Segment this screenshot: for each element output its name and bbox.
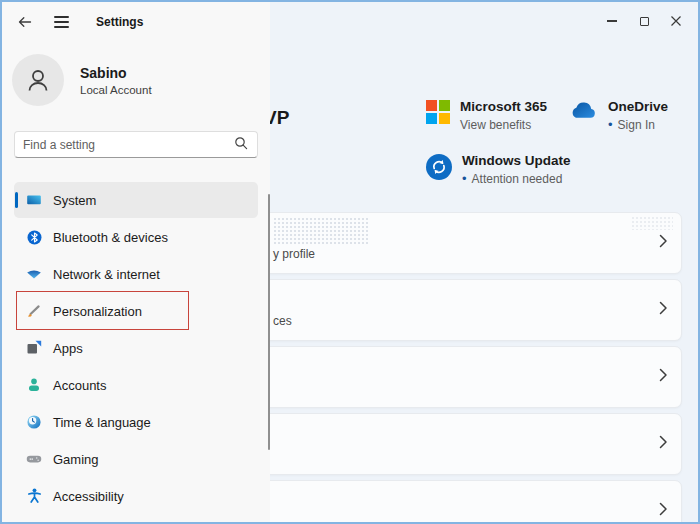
user-account-type: Local Account — [80, 84, 152, 96]
maximize-button[interactable] — [628, 8, 660, 34]
close-button[interactable] — [660, 8, 692, 34]
onedrive-card[interactable]: OneDrive • Sign In — [568, 98, 668, 132]
sidebar-item-personalization[interactable]: Personalization — [14, 293, 258, 329]
settings-row[interactable]: ces — [260, 279, 682, 341]
sidebar-item-label: System — [53, 193, 96, 208]
apps-icon — [26, 340, 42, 356]
sidebar-item-label: Apps — [53, 341, 83, 356]
row-text-fragment: ces — [273, 314, 292, 328]
sidebar-item-apps[interactable]: Apps — [14, 330, 258, 366]
blurred-texture — [273, 217, 369, 245]
chevron-right-icon — [659, 502, 668, 520]
settings-window: VP Microsoft 365 View benefits OneDrive — [0, 0, 700, 524]
sidebar-item-label: Gaming — [53, 452, 99, 467]
sidebar-item-accounts[interactable]: Accounts — [14, 367, 258, 403]
microsoft-365-title: Microsoft 365 — [460, 98, 547, 115]
sidebar-item-system[interactable]: System — [14, 182, 258, 218]
blurred-texture — [631, 216, 673, 230]
time-language-icon — [26, 414, 42, 430]
minimize-icon — [607, 20, 617, 21]
hamburger-icon — [54, 16, 69, 28]
settings-row[interactable] — [260, 480, 682, 524]
settings-row[interactable] — [260, 413, 682, 475]
window-title: Settings — [96, 15, 143, 29]
navigation-menu-button[interactable] — [48, 10, 74, 34]
chevron-right-icon — [659, 234, 668, 252]
network-icon — [26, 266, 42, 282]
settings-row[interactable] — [260, 346, 682, 408]
sidebar-item-label: Bluetooth & devices — [53, 230, 168, 245]
sidebar-scrollbar[interactable] — [268, 194, 270, 450]
sidebar-item-label: Network & internet — [53, 267, 160, 282]
accounts-icon — [26, 377, 42, 393]
onedrive-status-bullet: • — [608, 119, 613, 131]
sidebar-nav: System Bluetooth & devices — [14, 182, 258, 514]
sidebar-item-gaming[interactable]: Gaming — [14, 441, 258, 477]
system-icon — [26, 192, 42, 208]
minimize-button[interactable] — [596, 8, 628, 34]
chevron-right-icon — [659, 435, 668, 453]
settings-sidebar: Settings Sabino Local Account — [2, 2, 270, 522]
gaming-icon — [26, 451, 42, 467]
search-box — [14, 131, 258, 158]
windows-update-subtitle: Attention needed — [472, 172, 563, 186]
sidebar-item-label: Accounts — [53, 378, 106, 393]
maximize-icon — [640, 17, 649, 26]
personalization-brush-icon — [26, 303, 42, 319]
sidebar-item-label: Accessibility — [53, 489, 124, 504]
sidebar-item-accessibility[interactable]: Accessibility — [14, 478, 258, 514]
sidebar-item-label: Time & language — [53, 415, 151, 430]
onedrive-title: OneDrive — [608, 98, 668, 115]
bluetooth-icon — [26, 229, 42, 245]
arrow-left-icon — [17, 14, 33, 30]
avatar — [12, 54, 64, 106]
chevron-right-icon — [659, 368, 668, 386]
sidebar-item-label: Personalization — [53, 304, 142, 319]
settings-row-list: y profile ces — [260, 212, 682, 524]
windows-update-title: Windows Update — [462, 152, 571, 169]
titlebar: Settings — [12, 10, 143, 34]
search-icon[interactable] — [234, 136, 248, 154]
windows-update-icon — [426, 154, 452, 184]
close-icon — [670, 15, 682, 27]
user-account-section[interactable]: Sabino Local Account — [12, 54, 152, 106]
sidebar-item-network-internet[interactable]: Network & internet — [14, 256, 258, 292]
onedrive-cloud-icon — [568, 100, 598, 126]
row-text-fragment: y profile — [273, 247, 315, 261]
accessibility-icon — [26, 488, 42, 504]
windows-update-card[interactable]: Windows Update • Attention needed — [426, 152, 571, 186]
windows-update-status-bullet: • — [462, 173, 467, 185]
microsoft-365-logo — [426, 100, 450, 124]
chevron-right-icon — [659, 301, 668, 319]
sidebar-item-bluetooth-devices[interactable]: Bluetooth & devices — [14, 219, 258, 255]
sidebar-item-time-language[interactable]: Time & language — [14, 404, 258, 440]
search-input[interactable] — [15, 138, 234, 152]
user-name: Sabino — [80, 65, 152, 81]
microsoft-365-card[interactable]: Microsoft 365 View benefits — [426, 98, 547, 132]
microsoft-365-subtitle: View benefits — [460, 118, 547, 132]
settings-row[interactable]: y profile — [260, 212, 682, 274]
person-icon — [23, 65, 53, 95]
back-button[interactable] — [12, 10, 38, 34]
onedrive-subtitle: Sign In — [618, 118, 655, 132]
window-controls — [596, 8, 692, 34]
